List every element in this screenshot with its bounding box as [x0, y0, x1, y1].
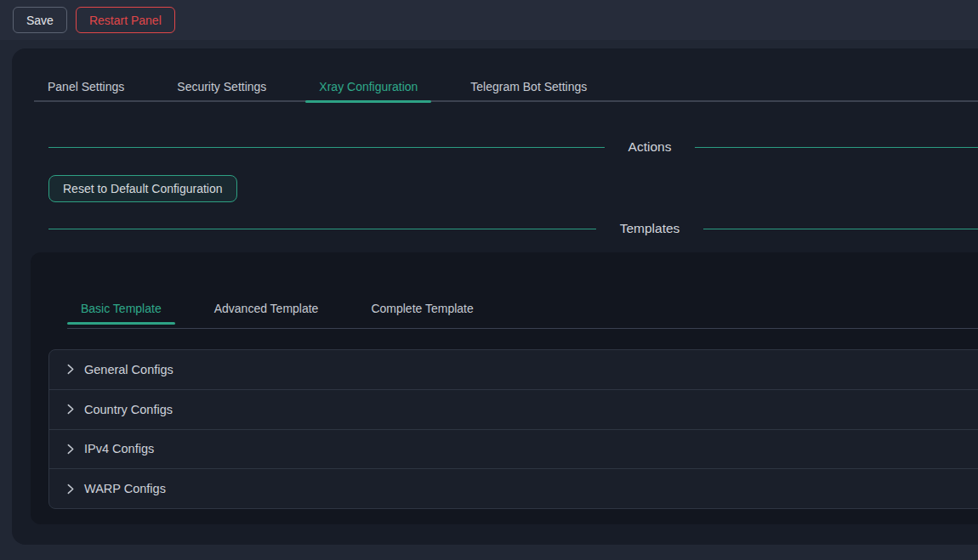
divider-line	[695, 147, 978, 148]
divider-line	[48, 229, 596, 229]
actions-divider-title: Actions	[628, 139, 672, 155]
accordion-header-label: Country Configs	[84, 403, 173, 416]
chevron-right-icon	[65, 444, 76, 455]
divider-line	[703, 229, 978, 229]
tab-xray-configuration[interactable]: Xray Configuration	[305, 71, 431, 101]
accordion-header-country-configs[interactable]: Country Configs	[49, 389, 978, 429]
configs-accordion: General Configs Country Configs IPv4 Con…	[48, 349, 978, 509]
chevron-right-icon	[65, 364, 76, 375]
tab-advanced-template[interactable]: Advanced Template	[201, 293, 333, 323]
templates-card: Basic Template Advanced Template Complet…	[31, 252, 978, 524]
settings-card: Panel Settings Security Settings Xray Co…	[12, 48, 978, 545]
tab-security-settings[interactable]: Security Settings	[163, 71, 280, 101]
tab-telegram-bot-settings[interactable]: Telegram Bot Settings	[457, 71, 600, 101]
accordion-header-ipv4-configs[interactable]: IPv4 Configs	[49, 429, 978, 469]
template-tab-bar: Basic Template Advanced Template Complet…	[67, 293, 513, 323]
accordion-header-label: WARP Configs	[84, 482, 166, 495]
templates-divider: Templates	[48, 220, 978, 237]
accordion-header-label: IPv4 Configs	[84, 442, 154, 455]
save-button[interactable]: Save	[13, 7, 67, 33]
divider-line	[48, 147, 605, 148]
tab-complete-template[interactable]: Complete Template	[357, 293, 486, 323]
top-toolbar: Save Restart Panel	[0, 0, 978, 40]
template-tabs-baseline	[67, 328, 978, 329]
tab-panel-settings[interactable]: Panel Settings	[34, 71, 138, 101]
accordion-header-warp-configs[interactable]: WARP Configs	[49, 468, 978, 508]
reset-default-configuration-button[interactable]: Reset to Default Configuration	[48, 175, 237, 202]
chevron-right-icon	[65, 404, 76, 415]
chevron-right-icon	[65, 484, 76, 495]
restart-panel-button[interactable]: Restart Panel	[76, 7, 175, 33]
settings-tab-bar: Panel Settings Security Settings Xray Co…	[34, 71, 626, 101]
actions-divider: Actions	[48, 139, 978, 156]
tab-basic-template[interactable]: Basic Template	[67, 293, 175, 323]
accordion-header-label: General Configs	[84, 363, 173, 376]
templates-divider-title: Templates	[620, 221, 680, 236]
accordion-header-general-configs[interactable]: General Configs	[49, 350, 978, 389]
